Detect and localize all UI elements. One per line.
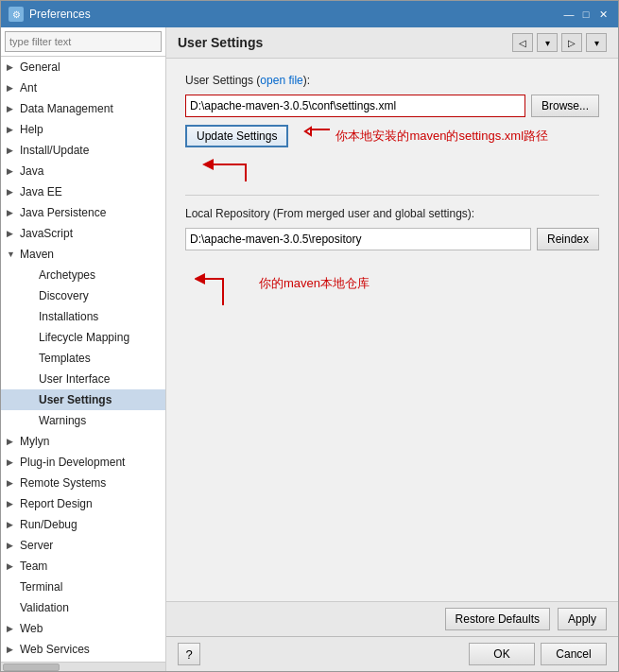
arrow-icon: ▶	[7, 187, 20, 197]
settings-path-input[interactable]	[185, 95, 525, 117]
sidebar-item-ant[interactable]: ▶ Ant	[1, 78, 165, 98]
arrow1-container	[189, 155, 599, 183]
sidebar-item-data-management[interactable]: ▶ Data Management	[1, 98, 165, 119]
arrow-icon: ▶	[7, 229, 20, 238]
sidebar-item-label: Remote Systems	[20, 476, 106, 490]
sidebar-item-user-interface[interactable]: User Interface	[1, 369, 165, 389]
sidebar-item-warnings[interactable]: Warnings	[1, 410, 165, 431]
sidebar-item-discovery[interactable]: Discovery	[1, 285, 165, 306]
sidebar-item-label: JavaScript	[20, 227, 73, 240]
sidebar-item-label: Java EE	[20, 185, 62, 198]
maximize-button[interactable]: □	[578, 7, 593, 22]
sidebar-item-plugin-development[interactable]: ▶ Plug-in Development	[1, 452, 165, 473]
sidebar-item-general[interactable]: ▶ General	[1, 57, 165, 78]
arrow-icon: ▶	[7, 166, 20, 176]
sidebar-item-validation[interactable]: Validation	[1, 597, 165, 618]
arrow-icon: ▶	[7, 478, 20, 488]
update-settings-button[interactable]: Update Settings	[185, 125, 288, 147]
main-header: User Settings ◁ ▾ ▷ ▾	[166, 27, 618, 59]
annotation1-container: 你本地安装的maven的settings.xml路径	[303, 126, 548, 146]
local-repo-label-text: Local Repository (From merged user and g…	[185, 207, 474, 220]
arrow-icon: ▶	[7, 499, 20, 508]
sidebar-item-templates[interactable]: Templates	[1, 348, 165, 369]
arrow1-icon	[303, 126, 332, 146]
arrow-icon: ▶	[7, 645, 20, 654]
sidebar-item-label: Java	[20, 164, 43, 178]
sidebar-item-label: Discovery	[39, 289, 89, 302]
sidebar-item-archetypes[interactable]: Archetypes	[1, 265, 165, 285]
sidebar-item-label: Warnings	[39, 414, 86, 427]
window-icon: ⚙	[9, 7, 24, 22]
update-row: Update Settings 你本地安装的maven的settings.xml…	[185, 125, 599, 147]
browse-button[interactable]: Browse...	[531, 95, 599, 117]
forward-button[interactable]: ▷	[561, 33, 582, 52]
arrow-icon: ▶	[7, 561, 20, 571]
sidebar-item-lifecycle-mapping[interactable]: Lifecycle Mapping	[1, 327, 165, 348]
sidebar-item-label: Installations	[39, 310, 98, 323]
footer-bar: ? OK Cancel	[166, 636, 618, 671]
sidebar-item-label: Java Persistence	[20, 206, 106, 219]
arrow-icon: ▶	[7, 624, 20, 633]
ok-button[interactable]: OK	[469, 643, 535, 665]
arrow-icon: ▶	[7, 104, 20, 113]
sidebar-item-run-debug[interactable]: ▶ Run/Debug	[1, 514, 165, 535]
apply-button[interactable]: Apply	[558, 608, 607, 630]
repo-path-input[interactable]	[185, 228, 531, 250]
sidebar-item-java-persistence[interactable]: ▶ Java Persistence	[1, 202, 165, 223]
sidebar-item-remote-systems[interactable]: ▶ Remote Systems	[1, 473, 165, 493]
sidebar-item-java-ee[interactable]: ▶ Java EE	[1, 181, 165, 202]
section-label-end: ):	[303, 74, 310, 87]
close-button[interactable]: ✕	[595, 7, 610, 22]
sidebar-item-java[interactable]: ▶ Java	[1, 161, 165, 181]
annotation2-container: 你的maven本地仓库	[195, 260, 599, 307]
sidebar-item-report-design[interactable]: ▶ Report Design	[1, 493, 165, 514]
sidebar-item-label: Validation	[20, 601, 69, 614]
window-title: Preferences	[29, 8, 561, 21]
sidebar-item-terminal[interactable]: Terminal	[1, 577, 165, 597]
arrow-icon: ▶	[7, 83, 20, 93]
sidebar-item-label: Web Services	[20, 643, 90, 656]
sidebar-scrollbar[interactable]	[1, 662, 165, 671]
arrow-icon: ▶	[7, 457, 20, 467]
sidebar-item-installations[interactable]: Installations	[1, 306, 165, 327]
back-button[interactable]: ◁	[512, 33, 533, 52]
scrollbar-thumb[interactable]	[3, 663, 60, 671]
sidebar-item-web[interactable]: ▶ Web	[1, 618, 165, 639]
sidebar: ▶ General ▶ Ant ▶ Data Management ▶ Help	[1, 27, 166, 671]
arrow-icon: ▼	[7, 250, 20, 259]
sidebar-item-maven[interactable]: ▼ Maven	[1, 244, 165, 265]
filter-wrap	[1, 27, 165, 57]
sidebar-item-team[interactable]: ▶ Team	[1, 556, 165, 577]
arrow-icon: ▶	[7, 146, 20, 155]
filter-input[interactable]	[5, 31, 162, 52]
sidebar-item-label: Data Management	[20, 102, 113, 115]
separator1	[185, 195, 599, 196]
reindex-button[interactable]: Reindex	[537, 228, 599, 250]
sidebar-item-user-settings[interactable]: User Settings	[1, 389, 165, 410]
settings-path-row: Browse...	[185, 95, 599, 117]
sidebar-item-label: Lifecycle Mapping	[39, 331, 129, 344]
restore-defaults-button[interactable]: Restore Defaults	[445, 608, 550, 630]
help-button[interactable]: ?	[178, 643, 200, 665]
sidebar-item-label: Terminal	[20, 580, 62, 594]
minimize-button[interactable]: —	[561, 7, 576, 22]
sidebar-item-help[interactable]: ▶ Help	[1, 119, 165, 140]
back-dropdown-button[interactable]: ▾	[537, 33, 558, 52]
open-file-link[interactable]: open file	[260, 74, 302, 87]
sidebar-item-label: Templates	[39, 352, 91, 365]
forward-dropdown-button[interactable]: ▾	[586, 33, 607, 52]
sidebar-item-javascript[interactable]: ▶ JavaScript	[1, 223, 165, 244]
cancel-button[interactable]: Cancel	[541, 643, 607, 665]
sidebar-item-install-update[interactable]: ▶ Install/Update	[1, 140, 165, 161]
sidebar-item-label: User Settings	[39, 393, 112, 406]
sidebar-item-server[interactable]: ▶ Server	[1, 535, 165, 556]
window-controls: — □ ✕	[561, 7, 610, 22]
tree-scroll[interactable]: ▶ General ▶ Ant ▶ Data Management ▶ Help	[1, 57, 165, 662]
bottom-buttons: Restore Defaults Apply	[445, 608, 607, 630]
user-settings-section-label: User Settings (open file):	[185, 74, 599, 87]
annotation2-text: 你的maven本地仓库	[259, 275, 370, 292]
sidebar-item-mylyn[interactable]: ▶ Mylyn	[1, 431, 165, 452]
arrow-icon: ▶	[7, 437, 20, 446]
sidebar-item-label: Server	[20, 539, 53, 552]
sidebar-item-web-services[interactable]: ▶ Web Services	[1, 639, 165, 660]
